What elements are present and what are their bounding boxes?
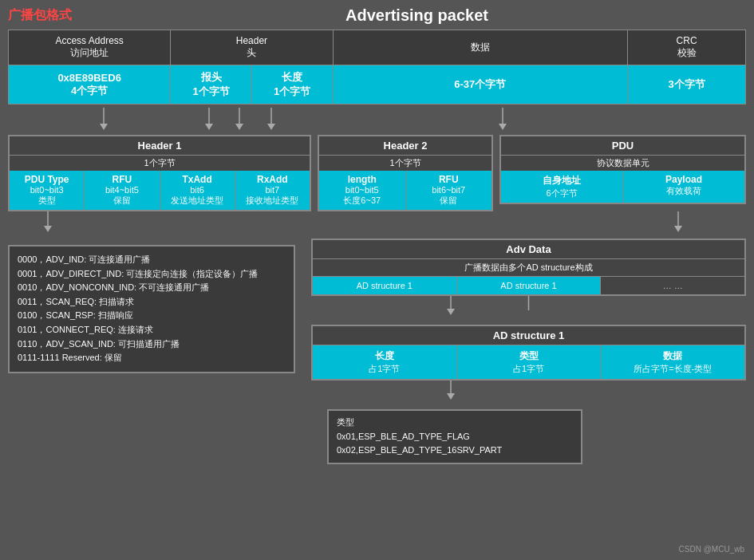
pdu-title: PDU (501, 136, 744, 156)
type-line-0: 类型 (337, 416, 573, 430)
title-bar: 广播包格式 Advertising packet (8, 6, 746, 25)
cell-access-addr: 0x8E89BED64个字节 (9, 65, 171, 105)
top-arrows-svg (8, 108, 754, 133)
pdu-type-cell: PDU Type bit0~bit3 类型 (10, 171, 85, 210)
type-line-1: 0x01,ESP_BLE_AD_TYPE_FLAG (337, 430, 573, 444)
payload-cell: Payload 有效载荷 (623, 171, 744, 203)
pdu-desc-box: 0000，ADV_IND: 可连接通用广播 0001，ADV_DIRECT_IN… (8, 245, 295, 373)
header2-sub: 1个字节 (319, 156, 491, 171)
type-line-2: 0x02,ESP_BLE_AD_TYPE_16SRV_PART (337, 444, 573, 458)
txadd-cell: TxAdd bit6 发送地址类型 (160, 171, 235, 210)
adv-data-box: Adv Data 广播数据由多个AD structure构成 AD struct… (311, 239, 746, 296)
level2-arrows-svg (8, 211, 754, 234)
pdu-desc-line-3: 0011，SCAN_REQ: 扫描请求 (18, 295, 286, 310)
pdu-cells: 自身地址 6个字节 Payload 有效载荷 (501, 171, 744, 203)
svg-marker-19 (447, 393, 455, 400)
pdu-sub: 协议数据单元 (501, 156, 744, 171)
adv-data-cells: AD structure 1 AD structure 1 … … (313, 276, 744, 294)
col-header: Header 头 (171, 30, 333, 65)
ad-struct-cells: 长度 占1字节 类型 占1字节 数据 所占字节=长度-类型 (313, 345, 744, 379)
pdu-desc-line-2: 0010，ADV_NONCONN_IND: 不可连接通用广播 (18, 281, 286, 295)
header1-title: Header 1 (10, 136, 310, 156)
type-box: 类型 0x01,ESP_BLE_AD_TYPE_FLAG 0x02,ESP_BL… (327, 409, 582, 464)
pdu-desc-line-5: 0101，CONNECT_REQ: 连接请求 (18, 323, 286, 337)
adv-arrow-svg (311, 296, 746, 317)
ad-struct-title: AD structure 1 (313, 326, 744, 345)
rfu1-cell: RFU bit4~bit5 保留 (85, 171, 160, 210)
svg-marker-7 (205, 124, 213, 130)
header1-sub: 1个字节 (10, 156, 310, 171)
ad-type-cell: 类型 占1字节 (457, 345, 602, 379)
header1-cells: PDU Type bit0~bit3 类型 RFU bit4~bit5 保留 T… (10, 171, 310, 210)
header2-box: Header 2 1个字节 length bit0~bit5 长度6~37 RF… (318, 135, 493, 211)
packet-data-row: 0x8E89BED64个字节 报头1个字节 长度1个字节 6-37个字节 3个字… (9, 65, 746, 105)
ad-struct-cell-2: AD structure 1 (457, 277, 602, 294)
title-main: Advertising packet (88, 6, 746, 25)
watermark: CSDN @MCU_wb (679, 545, 744, 554)
cell-baotou: 报头1个字节 (171, 65, 252, 104)
ad-length-cell: 长度 占1字节 (313, 345, 457, 379)
packet-header-row: Access Address 访问地址 Header 头 数据 CRC 校验 (9, 30, 746, 65)
pdu-desc-line-4: 0100，SCAN_RSP: 扫描响应 (18, 309, 286, 323)
main-container: 广播包格式 Advertising packet Access Address … (0, 0, 754, 560)
header2-title: Header 2 (319, 136, 491, 156)
svg-marker-13 (674, 226, 682, 232)
adv-data-title: Adv Data (313, 240, 744, 259)
adv-data-section: Adv Data 广播数据由多个AD structure构成 AD struct… (311, 239, 746, 464)
pdu-desc-line-6: 0110，ADV_SCAN_IND: 可扫描通用广播 (18, 337, 286, 352)
svg-marker-17 (447, 309, 455, 315)
cell-crc: 3个字节 (628, 65, 746, 105)
ad-arrow-svg (311, 381, 746, 401)
cell-header-inner: 报头1个字节 长度1个字节 (171, 65, 333, 105)
svg-marker-9 (267, 124, 275, 130)
pdu-desc-line-7: 0111-1111 Reserved: 保留 (18, 351, 286, 365)
cell-data: 6-37个字节 (333, 65, 628, 105)
cell-length: 长度1个字节 (252, 65, 333, 104)
self-addr-cell: 自身地址 6个字节 (501, 171, 623, 203)
packet-table: Access Address 访问地址 Header 头 数据 CRC 校验 0… (8, 30, 746, 105)
bottom-row: 0000，ADV_IND: 可连接通用广播 0001，ADV_DIRECT_IN… (8, 239, 746, 464)
header1-box: Header 1 1个字节 PDU Type bit0~bit3 类型 RFU … (8, 135, 311, 211)
svg-marker-11 (44, 226, 52, 232)
ad-data-cell: 数据 所占字节=长度-类型 (601, 345, 744, 379)
rxadd-cell: RxAdd bit7 接收地址类型 (235, 171, 310, 210)
title-chinese: 广播包格式 (8, 7, 72, 24)
svg-marker-1 (100, 124, 108, 130)
rfu2-cell: RFU bit6~bit7 保留 (406, 171, 492, 210)
col-data: 数据 (333, 30, 628, 65)
pdu-box: PDU 协议数据单元 自身地址 6个字节 Payload 有效载荷 (499, 135, 746, 204)
ad-struct-box: AD structure 1 长度 占1字节 类型 占1字节 数据 所占字节=长… (311, 325, 746, 381)
pdu-desc-line-0: 0000，ADV_IND: 可连接通用广播 (18, 253, 286, 267)
ad-struct-cell-1: AD structure 1 (313, 277, 457, 294)
ad-struct-cell-3: … … (601, 277, 744, 294)
header2-cells: length bit0~bit5 长度6~37 RFU bit6~bit7 保留 (319, 171, 491, 210)
length-cell: length bit0~bit5 长度6~37 (319, 171, 406, 210)
col-crc: CRC 校验 (628, 30, 746, 65)
svg-marker-3 (235, 124, 243, 130)
level2-row: Header 1 1个字节 PDU Type bit0~bit3 类型 RFU … (8, 135, 746, 211)
pdu-desc-line-1: 0001，ADV_DIRECT_IND: 可连接定向连接（指定设备）广播 (18, 267, 286, 282)
col-access-address: Access Address 访问地址 (9, 30, 171, 65)
adv-data-sub: 广播数据由多个AD structure构成 (313, 259, 744, 276)
svg-marker-5 (499, 124, 507, 130)
